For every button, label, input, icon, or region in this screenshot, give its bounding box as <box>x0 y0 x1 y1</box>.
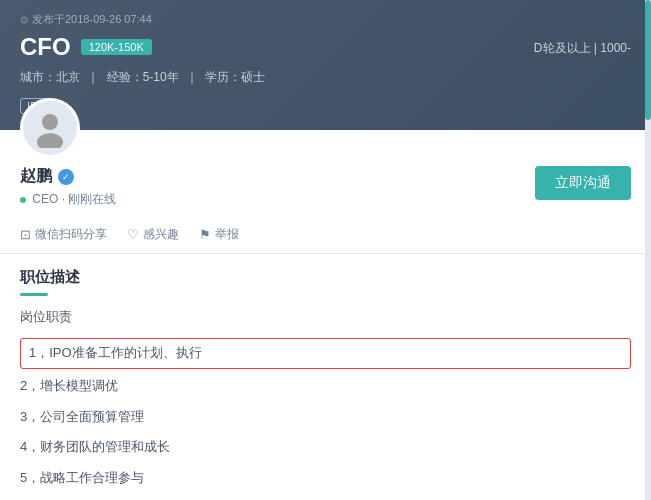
position-subtitle: 岗位职责 <box>0 308 651 336</box>
meta-edu: 学历：硕士 <box>205 70 265 84</box>
list-item: 3，公司全面预算管理 <box>20 402 631 433</box>
wechat-share-label: 微信扫码分享 <box>35 226 107 243</box>
person-name: 赵鹏 <box>20 166 52 187</box>
list-item: 6，其他相关工作 <box>20 494 631 500</box>
list-item: 2，增长模型调优 <box>20 371 631 402</box>
report-label: 举报 <box>215 226 239 243</box>
avatar <box>20 98 80 158</box>
job-title: CFO <box>20 33 71 61</box>
job-meta: 城市：北京 ｜ 经验：5-10年 ｜ 学历：硕士 <box>20 69 631 86</box>
scrollbar-thumb <box>645 0 651 120</box>
clock-icon: ⊙ <box>20 14 28 25</box>
list-item: 4，财务团队的管理和成长 <box>20 432 631 463</box>
profile-area: 赵鹏 ✓ CEO · 刚刚在线 立即沟通 <box>0 130 651 220</box>
job-list: 1，IPO准备工作的计划、执行 2，增长模型调优 3，公司全面预算管理 4，财务… <box>0 338 651 500</box>
heart-icon: ♡ <box>127 227 139 242</box>
online-dot <box>20 197 26 203</box>
wechat-icon: ⊡ <box>20 227 31 242</box>
content-section: 赵鹏 ✓ CEO · 刚刚在线 立即沟通 ⊡ 微信扫码分享 ♡ 感兴趣 ⚑ <box>0 130 651 500</box>
svg-point-1 <box>37 133 63 148</box>
right-meta: D轮及以上 | 1000- <box>534 40 631 57</box>
report-action[interactable]: ⚑ 举报 <box>199 226 239 243</box>
meta-exp: 经验：5-10年 <box>107 70 179 84</box>
interest-action[interactable]: ♡ 感兴趣 <box>127 226 179 243</box>
list-item: 5，战略工作合理参与 <box>20 463 631 494</box>
person-name-row: 赵鹏 ✓ <box>20 166 116 187</box>
person-position: CEO · 刚刚在线 <box>20 191 116 208</box>
section-title: 职位描述 <box>0 254 651 293</box>
flag-icon: ⚑ <box>199 227 211 242</box>
verified-icon: ✓ <box>58 169 74 185</box>
job-header: ⊙ 发布于2018-09-26 07:44 CFO 120K-150K 城市：北… <box>0 0 651 130</box>
svg-point-0 <box>42 114 58 130</box>
section-underline <box>20 293 48 296</box>
meta-city: 城市：北京 <box>20 70 80 84</box>
publish-time: ⊙ 发布于2018-09-26 07:44 <box>20 12 631 27</box>
contact-button[interactable]: 立即沟通 <box>535 166 631 200</box>
wechat-share-action[interactable]: ⊡ 微信扫码分享 <box>20 226 107 243</box>
scrollbar[interactable] <box>645 0 651 500</box>
interest-label: 感兴趣 <box>143 226 179 243</box>
salary-badge: 120K-150K <box>81 39 152 55</box>
profile-left: 赵鹏 ✓ CEO · 刚刚在线 <box>20 166 116 208</box>
action-row: ⊡ 微信扫码分享 ♡ 感兴趣 ⚑ 举报 <box>0 220 651 254</box>
list-item: 1，IPO准备工作的计划、执行 <box>20 338 631 369</box>
